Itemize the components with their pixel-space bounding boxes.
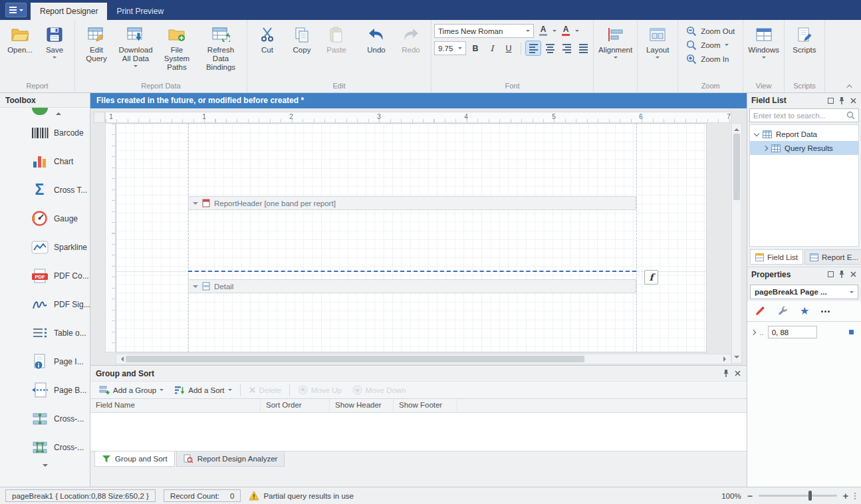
toolbox-item-pdf-signature[interactable]: PDF Sig... bbox=[0, 290, 90, 318]
move-up-button[interactable]: Move Up bbox=[293, 382, 347, 398]
tab-print-preview[interactable]: Print Preview bbox=[107, 3, 173, 20]
font-fill-color-button[interactable]: A bbox=[536, 24, 551, 38]
app-menu-button[interactable] bbox=[5, 3, 27, 17]
font-color-button[interactable]: A bbox=[558, 24, 573, 38]
align-center-button[interactable] bbox=[543, 41, 557, 55]
toolbox-item-page-break[interactable]: Page B... bbox=[0, 376, 90, 404]
search-input[interactable] bbox=[753, 112, 844, 120]
toolbox-item-cross-band-box[interactable]: Cross-... bbox=[0, 433, 90, 461]
chevron-down-icon bbox=[526, 30, 530, 34]
zoom-out-button[interactable]: Zoom Out bbox=[681, 24, 740, 38]
toolbox-item-table-of-contents[interactable]: Table o... bbox=[0, 318, 90, 347]
close-icon[interactable] bbox=[850, 97, 857, 104]
chevron-right-icon[interactable] bbox=[751, 329, 756, 334]
appearance-brush-icon[interactable] bbox=[755, 306, 765, 316]
download-all-data-button[interactable]: Download All Data bbox=[115, 22, 156, 70]
scroll-right-button[interactable] bbox=[721, 354, 731, 364]
zoom-decrease-button[interactable]: − bbox=[747, 491, 753, 501]
underline-button[interactable]: U bbox=[501, 41, 516, 55]
pin-icon[interactable] bbox=[838, 270, 845, 279]
scripts-button[interactable]: Scripts bbox=[787, 22, 822, 55]
scroll-left-button[interactable] bbox=[116, 354, 126, 364]
behavior-wrench-icon[interactable] bbox=[777, 306, 788, 316]
paste-button[interactable]: Paste bbox=[319, 22, 354, 55]
font-name-combo[interactable]: Times New Roman bbox=[434, 24, 534, 38]
bold-button[interactable]: B bbox=[468, 41, 483, 55]
tab-report-designer[interactable]: Report Designer bbox=[31, 3, 107, 20]
align-left-button[interactable] bbox=[526, 41, 541, 55]
tab-report-design-analyzer[interactable]: Report Design Analyzer bbox=[176, 451, 285, 467]
scroll-down-button[interactable] bbox=[732, 354, 741, 363]
design-surface[interactable]: 1 1 2 3 4 5 6 7 ReportHeader [one band p… bbox=[90, 108, 747, 365]
vertical-scrollbar-thumb[interactable] bbox=[733, 134, 740, 200]
vertical-scrollbar[interactable] bbox=[731, 123, 742, 364]
open-button[interactable]: Open... bbox=[3, 22, 37, 55]
toolbox-item-pdf-content[interactable]: PDF PDF Co... bbox=[0, 261, 90, 290]
chevron-down-icon bbox=[553, 30, 556, 34]
expression-fx-button[interactable]: f bbox=[644, 270, 658, 285]
close-icon[interactable] bbox=[850, 271, 857, 278]
report-page[interactable] bbox=[116, 123, 707, 352]
toolbox-item-page-info[interactable]: Page I... bbox=[0, 347, 90, 376]
alignment-button[interactable]: Alignment bbox=[596, 22, 634, 61]
pin-icon[interactable] bbox=[838, 96, 845, 105]
toolbox-item-gauge[interactable]: Gauge bbox=[0, 204, 90, 233]
delete-button[interactable]: Delete bbox=[243, 382, 287, 398]
field-list-search[interactable] bbox=[749, 108, 859, 122]
band-report-header[interactable]: ReportHeader [one band per report] bbox=[188, 196, 636, 210]
toolbox-item-cross-band-line[interactable]: Cross-... bbox=[0, 404, 90, 433]
toolbox-item-cross-tab[interactable]: Σ Cross T... bbox=[0, 176, 90, 204]
float-window-icon[interactable] bbox=[828, 98, 834, 104]
edit-query-button[interactable]: Edit Query bbox=[78, 22, 115, 64]
font-size-combo[interactable]: 9.75 bbox=[434, 41, 466, 55]
layout-button[interactable]: Layout bbox=[640, 22, 675, 61]
cut-button[interactable]: Cut bbox=[250, 22, 285, 55]
windows-button[interactable]: Windows bbox=[746, 22, 781, 61]
toolbox-item-sparkline[interactable]: Sparkline bbox=[0, 233, 90, 261]
horizontal-scrollbar[interactable] bbox=[116, 354, 731, 364]
tree-node-report-data[interactable]: Report Data bbox=[750, 127, 858, 141]
add-a-group-button[interactable]: Add a Group bbox=[94, 382, 169, 398]
tab-field-list[interactable]: Field List bbox=[750, 249, 803, 265]
redo-button[interactable]: Redo bbox=[394, 22, 428, 55]
collapse-ribbon-button[interactable] bbox=[845, 82, 856, 91]
save-button[interactable]: Save bbox=[37, 22, 72, 61]
align-right-button[interactable] bbox=[559, 41, 574, 55]
more-options-icon[interactable] bbox=[821, 311, 830, 313]
font-color-bar bbox=[562, 34, 570, 36]
move-down-label: Move Down bbox=[366, 386, 406, 394]
toolbox-item-chart[interactable]: Chart bbox=[0, 147, 90, 176]
tab-field-list-label: Field List bbox=[767, 253, 798, 261]
horizontal-scrollbar-thumb[interactable] bbox=[126, 356, 584, 362]
selected-component-combo[interactable]: pageBreak1 Page ... bbox=[750, 285, 858, 299]
add-a-sort-button[interactable]: Add a Sort bbox=[169, 382, 237, 398]
file-system-paths-button[interactable]: File System Paths bbox=[156, 22, 197, 72]
close-icon[interactable] bbox=[734, 370, 741, 377]
align-justify-button[interactable] bbox=[576, 41, 590, 55]
zoom-slider[interactable] bbox=[759, 495, 837, 497]
tab-report-explorer[interactable]: Report E... bbox=[804, 249, 861, 265]
move-down-button[interactable]: Move Down bbox=[347, 382, 412, 398]
zoom-increase-button[interactable]: + bbox=[843, 491, 848, 501]
property-marker[interactable] bbox=[849, 330, 854, 334]
page-break-component-selected[interactable] bbox=[188, 271, 636, 272]
tree-node-query-results[interactable]: Query Results bbox=[750, 141, 858, 155]
zoom-button[interactable]: Zoom bbox=[681, 38, 740, 52]
zoom-slider-thumb[interactable] bbox=[808, 491, 812, 501]
toolbox-scroll-down-button[interactable] bbox=[43, 464, 48, 469]
pin-icon[interactable] bbox=[723, 369, 729, 378]
favorites-star-icon[interactable]: ★ bbox=[800, 307, 809, 316]
band-detail[interactable]: Detail bbox=[188, 279, 636, 293]
tab-group-and-sort[interactable]: Group and Sort bbox=[94, 451, 175, 467]
toolbox-item-barcode[interactable]: Barcode bbox=[0, 118, 90, 147]
zoom-in-button[interactable]: Zoom In bbox=[681, 52, 740, 66]
refresh-data-bindings-button[interactable]: Refresh Data Bindings bbox=[197, 22, 244, 72]
italic-button[interactable]: I bbox=[485, 41, 499, 55]
float-window-icon[interactable] bbox=[828, 271, 834, 277]
toolbox-scroll-up-button[interactable] bbox=[56, 110, 61, 115]
resize-grip[interactable] bbox=[854, 493, 856, 499]
undo-button[interactable]: Undo bbox=[359, 22, 394, 55]
copy-button[interactable]: Copy bbox=[285, 22, 319, 55]
scroll-up-button[interactable] bbox=[732, 124, 741, 133]
location-size-value-input[interactable] bbox=[772, 328, 816, 336]
